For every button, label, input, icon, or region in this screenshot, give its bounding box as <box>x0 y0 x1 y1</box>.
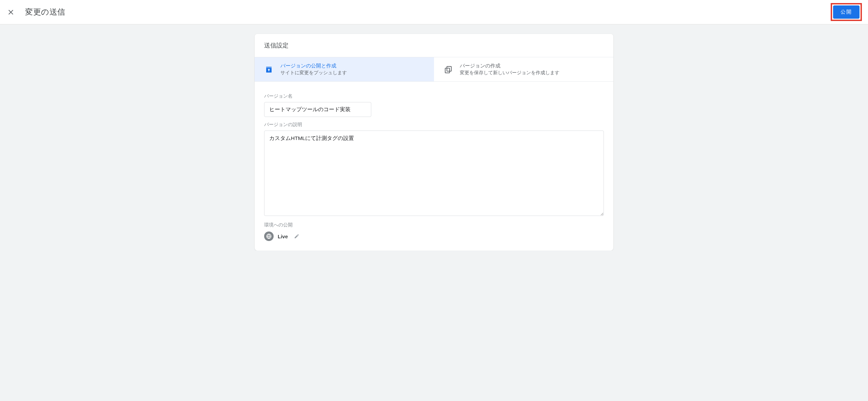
version-name-label: バージョン名 <box>264 93 604 99</box>
version-name-input[interactable] <box>264 102 371 117</box>
tab-create-version[interactable]: バージョンの作成 変更を保存して新しいバージョンを作成します <box>434 57 613 81</box>
tab-desc: サイトに変更をプッシュします <box>280 70 347 76</box>
submit-settings-card: 送信設定 バージョンの公開と作成 サイトに変更をプッシュします <box>255 34 613 250</box>
copy-icon <box>443 65 453 74</box>
version-desc-input[interactable] <box>264 131 604 216</box>
tab-publish-and-create[interactable]: バージョンの公開と作成 サイトに変更をプッシュします <box>255 57 434 81</box>
tab-label: バージョンの作成 <box>460 63 559 69</box>
tabs: バージョンの公開と作成 サイトに変更をプッシュします バージョンの作成 変更を保… <box>255 57 613 82</box>
header: 変更の送信 公開 <box>0 0 868 24</box>
header-left: 変更の送信 <box>3 4 65 20</box>
publish-env-label: 環境への公開 <box>264 222 604 228</box>
edit-env-button[interactable] <box>292 232 301 241</box>
page-title: 変更の送信 <box>25 7 65 17</box>
env-row: Live <box>264 232 604 241</box>
tab-label: バージョンの公開と作成 <box>280 63 347 69</box>
svg-rect-1 <box>447 66 451 71</box>
upload-icon <box>264 65 274 74</box>
close-button[interactable] <box>3 4 19 20</box>
publish-button[interactable]: 公開 <box>833 5 860 19</box>
card-title: 送信設定 <box>255 34 613 57</box>
publish-highlight: 公開 <box>831 3 862 21</box>
globe-icon <box>264 232 274 241</box>
env-name: Live <box>278 234 288 239</box>
card-body: バージョン名 バージョンの説明 環境への公開 Live <box>255 82 613 250</box>
tab-desc: 変更を保存して新しいバージョンを作成します <box>460 70 559 76</box>
pencil-icon <box>294 234 299 239</box>
close-icon <box>7 8 15 16</box>
svg-rect-2 <box>445 68 450 73</box>
version-desc-label: バージョンの説明 <box>264 122 604 128</box>
